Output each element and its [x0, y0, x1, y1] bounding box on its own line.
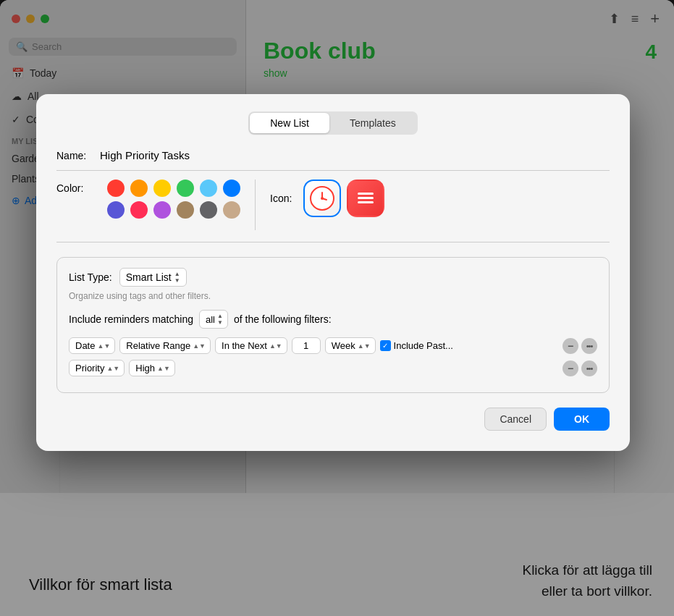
color-label: Color: — [56, 182, 100, 194]
list-icon-svg — [355, 187, 376, 209]
organize-hint: Organize using tags and other filters. — [69, 291, 597, 301]
list-type-label: List Type: — [69, 271, 112, 283]
icon-label: Icon: — [270, 193, 292, 204]
filter2-field-value: Priority — [75, 363, 104, 374]
smart-list-section: List Type: Smart List ▲ ▼ Organize using… — [56, 257, 610, 393]
svg-rect-4 — [358, 193, 374, 195]
filter1-more-button[interactable]: ••• — [581, 338, 597, 354]
dialog-tabs: New List Templates — [56, 111, 610, 135]
color-row-1 — [107, 180, 240, 197]
match-select[interactable]: all ▲ ▼ — [199, 310, 228, 329]
icon-list-option[interactable] — [347, 180, 384, 217]
list-type-arrows: ▲ ▼ — [174, 271, 180, 284]
new-list-dialog: New List Templates Name: Color: — [36, 94, 630, 451]
name-row: Name: — [56, 149, 610, 171]
icon-clock-option[interactable] — [303, 180, 341, 217]
filter1-field-select[interactable]: Date ▲▼ — [69, 337, 115, 354]
color-dark-gray[interactable] — [200, 201, 217, 219]
color-red[interactable] — [107, 180, 125, 197]
filter1-include-past-wrap: ✓ Include Past... — [380, 340, 453, 351]
ok-button[interactable]: OK — [554, 408, 610, 431]
list-type-value: Smart List — [126, 271, 172, 283]
filter2-value-select[interactable]: High ▲▼ — [129, 360, 175, 376]
color-blue[interactable] — [223, 180, 240, 197]
cancel-button[interactable]: Cancel — [484, 408, 547, 431]
include-past-checkbox[interactable]: ✓ — [380, 340, 391, 351]
color-brown[interactable] — [177, 201, 194, 219]
include-past-label: Include Past... — [394, 340, 453, 351]
tab-new-list[interactable]: New List — [250, 113, 329, 133]
filter-row-1: Date ▲▼ Relative Range ▲▼ In the Next ▲▼… — [69, 337, 597, 354]
filter1-type-value: Relative Range — [126, 340, 190, 351]
filter1-direction-value: In the Next — [222, 340, 267, 351]
tab-group: New List Templates — [248, 111, 418, 135]
color-tan[interactable] — [223, 201, 240, 219]
filter2-more-button[interactable]: ••• — [581, 360, 597, 376]
color-green[interactable] — [177, 180, 194, 197]
dialog-footer: Cancel OK — [56, 408, 610, 431]
match-arrows: ▲ ▼ — [217, 313, 223, 326]
include-label: Include reminders matching — [69, 313, 193, 325]
svg-rect-6 — [358, 201, 374, 203]
filter1-unit-value: Week — [332, 340, 355, 351]
color-purple[interactable] — [107, 201, 125, 219]
filter2-actions: − ••• — [563, 360, 597, 376]
color-row-2 — [107, 201, 240, 219]
tab-templates[interactable]: Templates — [329, 113, 416, 133]
color-violet[interactable] — [153, 201, 171, 219]
filter1-type-select[interactable]: Relative Range ▲▼ — [119, 337, 211, 354]
svg-point-3 — [321, 197, 324, 200]
name-label: Name: — [56, 150, 100, 161]
color-light-blue[interactable] — [200, 180, 217, 197]
filter1-unit-select[interactable]: Week ▲▼ — [325, 337, 376, 354]
color-orange[interactable] — [130, 180, 148, 197]
name-input[interactable] — [100, 149, 610, 161]
filter1-number-value: 1 — [303, 340, 308, 351]
color-icon-row: Color: — [56, 180, 610, 242]
filter1-field-value: Date — [75, 340, 95, 351]
match-value: all — [206, 314, 215, 325]
color-pink[interactable] — [130, 201, 148, 219]
filter-row-2: Priority ▲▼ High ▲▼ − ••• — [69, 360, 597, 376]
filter2-field-select[interactable]: Priority ▲▼ — [69, 360, 125, 376]
list-type-select[interactable]: Smart List ▲ ▼ — [119, 268, 187, 287]
clock-icon-svg — [309, 185, 335, 211]
following-label: of the following filters: — [234, 313, 332, 325]
filter2-remove-button[interactable]: − — [563, 360, 578, 376]
include-matching-row: Include reminders matching all ▲ ▼ of th… — [69, 310, 597, 329]
color-yellow[interactable] — [153, 180, 171, 197]
filter1-direction-select[interactable]: In the Next ▲▼ — [215, 337, 287, 354]
list-type-row: List Type: Smart List ▲ ▼ — [69, 268, 597, 287]
filter1-number-input[interactable]: 1 — [292, 337, 321, 354]
svg-rect-5 — [358, 197, 374, 199]
filter1-remove-button[interactable]: − — [563, 338, 578, 354]
filter2-value: High — [135, 363, 155, 374]
filter1-actions: − ••• — [563, 338, 597, 354]
icon-section: Icon: — [270, 180, 384, 217]
divider — [255, 180, 256, 230]
color-picker — [107, 180, 240, 219]
